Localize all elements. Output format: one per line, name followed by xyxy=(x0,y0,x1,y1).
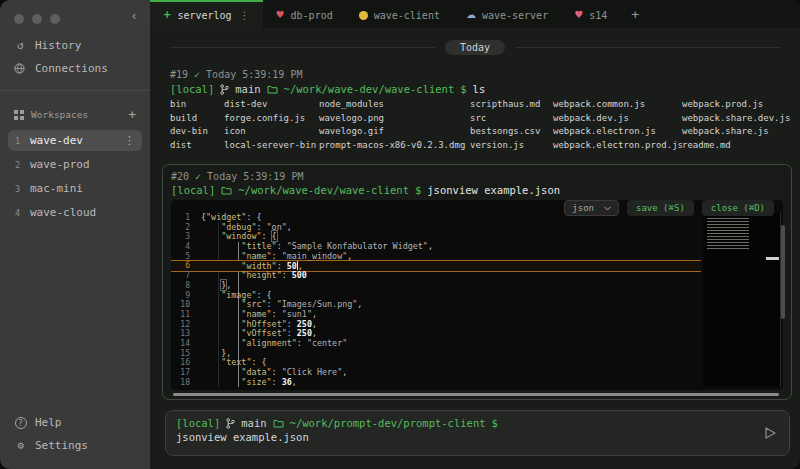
code-line-14[interactable]: 14 "alignment": "center" xyxy=(171,339,701,349)
ls-entry: node_modules xyxy=(319,98,470,112)
close-window-button[interactable] xyxy=(14,14,24,24)
ls-entry: wavelogo.gif xyxy=(319,125,470,139)
minimap-code xyxy=(707,215,749,249)
line-number: 5 xyxy=(171,252,201,262)
code-line-7[interactable]: 7 "height": 500 xyxy=(171,271,701,281)
code-line-18[interactable]: 18 "size": 36, xyxy=(171,378,701,388)
workspace-item-mac-mini[interactable]: 3mac-mini xyxy=(8,178,142,199)
editor-horizontal-scrollbar[interactable] xyxy=(173,393,779,396)
command-block-20[interactable]: #20 ✓ Today 5:39:19 PM [local] ~/work/wa… xyxy=(162,164,792,400)
sidebar-item-connections[interactable]: Connections xyxy=(0,57,150,80)
ls-entry: prompt-macos-x86-v0.2.3.dmg xyxy=(319,139,470,153)
line-number: 8 xyxy=(171,281,201,291)
globe-icon xyxy=(14,63,27,74)
json-editor[interactable]: 1{"widget": {2 "debug": "on",3 "window":… xyxy=(171,200,783,390)
line-number: 15 xyxy=(171,349,201,359)
sidebar-item-history[interactable]: ↺ History xyxy=(0,34,150,57)
line-text: "name": "main_window", xyxy=(201,252,352,262)
sidebar-item-settings[interactable]: ⚙ Settings xyxy=(0,434,150,457)
tab-label: db-prod xyxy=(291,10,333,21)
help-label: Help xyxy=(35,416,62,429)
tab-wave-client[interactable]: wave-client xyxy=(346,0,453,28)
save-button[interactable]: save (⌘S) xyxy=(627,200,694,216)
folder-icon xyxy=(221,186,232,195)
sidebar: ‹ ↺ History Connections Workspaces + 1wa… xyxy=(0,0,150,469)
grid-icon xyxy=(14,110,24,120)
command-input-box[interactable]: [local] main ~/work/prompt-dev/prompt-cl… xyxy=(165,410,790,456)
tab-db-prod[interactable]: ♥db-prod xyxy=(263,0,346,28)
workspace-item-wave-prod[interactable]: 2wave-prod xyxy=(8,154,142,175)
close-button[interactable]: close (⌘D) xyxy=(702,200,774,216)
add-workspace-button[interactable]: + xyxy=(128,107,136,122)
tab-label: wave-client xyxy=(374,10,440,21)
prompt-dollar: $ xyxy=(460,83,466,95)
tab-menu-icon[interactable]: ⋮ xyxy=(240,10,250,21)
date-divider: Today xyxy=(170,40,780,55)
minimize-window-button[interactable] xyxy=(32,14,42,24)
add-tab-button[interactable]: + xyxy=(620,0,650,28)
gear-icon: ⚙ xyxy=(14,439,27,452)
block-20-id: #20 xyxy=(171,171,189,182)
line-number: 11 xyxy=(171,310,201,320)
block-19-command-line: [local] main ~/work/wave-dev/wave-client… xyxy=(170,83,800,95)
ls-entry: version.js xyxy=(470,139,553,153)
workspace-menu-icon[interactable]: ⋮ xyxy=(124,134,135,147)
tab-label: wave-server xyxy=(482,10,548,21)
editor-toolbar: json save (⌘S) close (⌘D) xyxy=(564,200,774,216)
plus-icon: + xyxy=(163,10,171,20)
folder-icon xyxy=(267,85,278,94)
connections-label: Connections xyxy=(35,62,108,75)
ls-entry: readme.md xyxy=(682,139,800,153)
heart-icon: ♥ xyxy=(276,10,285,20)
line-number: 14 xyxy=(171,339,201,349)
line-number: 10 xyxy=(171,300,201,310)
send-icon[interactable] xyxy=(762,425,778,441)
cwd-path: ~/work/wave-dev/wave-client xyxy=(238,184,409,196)
language-select[interactable]: json xyxy=(564,200,619,216)
tab-label: s14 xyxy=(589,10,607,21)
editor-minimap[interactable] xyxy=(703,213,781,387)
tab-serverlog[interactable]: +serverlog⋮ xyxy=(150,0,263,28)
workspaces-label: Workspaces xyxy=(31,109,88,120)
tab-label: serverlog xyxy=(177,10,231,21)
workspace-item-wave-cloud[interactable]: 4wave-cloud xyxy=(8,202,142,223)
workspace-item-wave-dev[interactable]: 1wave-dev⋮ xyxy=(8,130,142,151)
ls-entry: webpack.electron.js xyxy=(553,125,682,139)
ls-entry: wavelogo.png xyxy=(319,112,470,126)
workspace-index: 1 xyxy=(15,136,24,146)
code-line-5[interactable]: 5 "name": "main_window", xyxy=(171,252,701,262)
git-branch-label: main xyxy=(241,417,266,429)
cloud-icon: ☁ xyxy=(466,10,476,20)
block-19-header: #19 ✓ Today 5:39:19 PM xyxy=(170,69,800,80)
line-number: 2 xyxy=(171,223,201,233)
tab-bar: +serverlog⋮♥db-prodwave-client☁wave-serv… xyxy=(150,0,800,28)
command-input-value[interactable]: jsonview example.json xyxy=(176,431,755,443)
collapse-sidebar-icon[interactable]: ‹ xyxy=(130,8,138,23)
workspace-index: 3 xyxy=(15,184,24,194)
ls-entry: webpack.share.js xyxy=(682,125,800,139)
workspaces-header: Workspaces + xyxy=(0,103,150,126)
ls-entry: dist xyxy=(170,139,224,153)
heart-icon: ♥ xyxy=(574,10,583,20)
command-block-19[interactable]: #19 ✓ Today 5:39:19 PM [local] main ~/wo… xyxy=(150,55,800,152)
history-icon: ↺ xyxy=(14,39,27,52)
host-label: [local] xyxy=(171,184,215,196)
tab-wave-server[interactable]: ☁wave-server xyxy=(453,0,561,28)
line-number: 4 xyxy=(171,242,201,252)
command-text: ls xyxy=(473,83,486,95)
minimap-cursor-marker xyxy=(766,257,779,260)
sidebar-bottom: ? Help ⚙ Settings xyxy=(0,411,150,469)
ls-entry: dev-bin xyxy=(170,125,224,139)
line-number: 17 xyxy=(171,368,201,378)
block-20-header: #20 ✓ Today 5:39:19 PM xyxy=(171,171,783,182)
history-scrollbar[interactable] xyxy=(781,225,785,319)
block-19-timestamp: Today 5:39:19 PM xyxy=(206,69,302,80)
tab-s14[interactable]: ♥s14 xyxy=(561,0,620,28)
sidebar-item-help[interactable]: ? Help xyxy=(0,411,150,435)
zoom-window-button[interactable] xyxy=(50,14,60,24)
date-pill: Today xyxy=(445,40,505,55)
chevron-down-icon xyxy=(604,206,611,211)
terminal-history: Today #19 ✓ Today 5:39:19 PM [local] mai… xyxy=(150,28,800,404)
block-20-timestamp: Today 5:39:19 PM xyxy=(207,171,303,182)
line-number: 6 xyxy=(171,261,201,271)
